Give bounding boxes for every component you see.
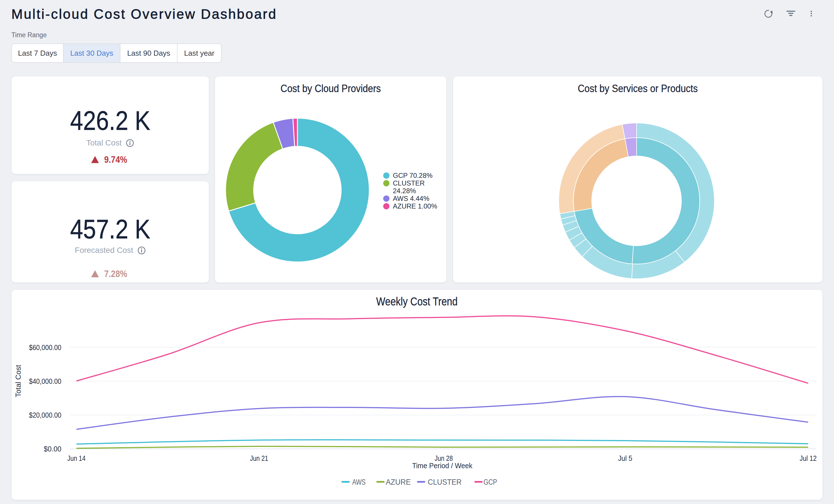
svg-text:AWS: AWS <box>352 478 366 486</box>
svg-text:$40,000.00: $40,000.00 <box>29 377 61 386</box>
svg-text:$60,000.00: $60,000.00 <box>29 343 61 352</box>
svg-text:CLUSTER: CLUSTER <box>428 478 462 486</box>
svg-text:GCP: GCP <box>483 478 497 486</box>
svg-text:$0.00: $0.00 <box>44 445 61 453</box>
svg-text:Jul 12: Jul 12 <box>799 454 817 462</box>
svg-text:Time Period / Week: Time Period / Week <box>412 461 473 470</box>
svg-text:Total Cost: Total Cost <box>14 365 22 397</box>
svg-text:Jul 5: Jul 5 <box>618 454 632 462</box>
svg-text:Jun 21: Jun 21 <box>250 454 268 462</box>
svg-text:Jun 14: Jun 14 <box>67 454 86 462</box>
svg-text:AZURE: AZURE <box>386 478 411 486</box>
svg-text:$20,000.00: $20,000.00 <box>29 411 61 419</box>
